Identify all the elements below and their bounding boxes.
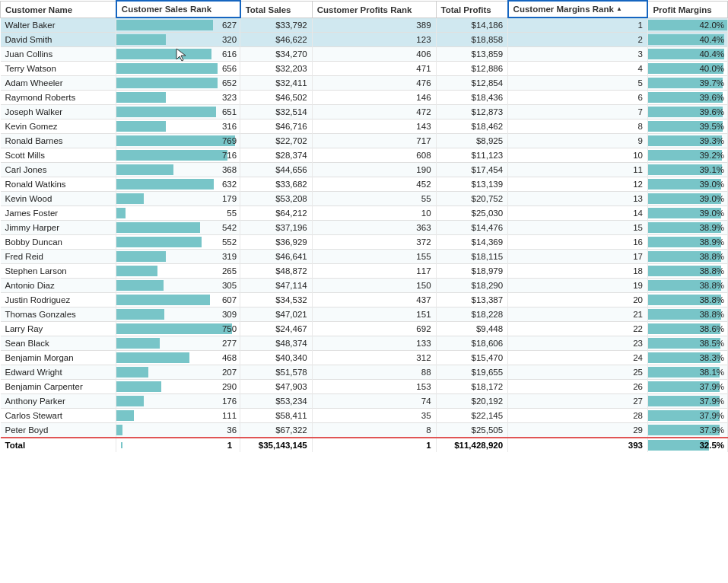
table-row: Ronald Barnes 769 $22,702 717 $8,925 9 3… (1, 134, 728, 148)
cell-sales-rank: 716 (116, 148, 240, 163)
cell-profit-margin: 40.4% (647, 33, 727, 47)
cell-name: Benjamin Morgan (1, 351, 116, 365)
cell-margins-rank: 28 (508, 409, 648, 423)
cell-profits-rank: 146 (312, 91, 436, 105)
table-row: Joseph Walker 651 $32,514 472 $12,873 7 … (1, 105, 728, 119)
cell-total-sales: $46,641 (240, 250, 313, 264)
cell-sales-rank: 769 (116, 134, 240, 148)
cell-total-sales: $47,903 (240, 380, 313, 394)
footer-total-profits: $11,428,920 (436, 438, 508, 452)
cell-margins-rank: 18 (508, 264, 648, 279)
cell-profit-margin: 37.9% (647, 409, 727, 423)
cell-total-sales: $46,716 (240, 119, 313, 134)
cell-sales-rank: 632 (116, 177, 240, 192)
cell-profit-margin: 37.9% (647, 380, 727, 394)
table-row: Sean Black 277 $48,374 133 $18,606 23 38… (1, 336, 728, 351)
cell-margins-rank: 5 (508, 76, 648, 91)
table-row: Stephen Larson 265 $48,872 117 $18,979 1… (1, 264, 728, 279)
cell-sales-rank: 265 (116, 264, 240, 279)
table-row: Raymond Roberts 323 $46,502 146 $18,436 … (1, 91, 728, 105)
table-row: Kevin Gomez 316 $46,716 143 $18,462 8 39… (1, 119, 728, 134)
table-row: Walter Baker 627 $33,792 389 $14,186 1 4… (1, 18, 728, 33)
footer-total-sales: $35,143,145 (240, 438, 313, 452)
cell-profits-rank: 406 (312, 47, 436, 62)
cell-profits-rank: 74 (312, 394, 436, 409)
cell-profits-rank: 717 (312, 134, 436, 148)
cell-margins-rank: 21 (508, 307, 648, 322)
cell-name: Sean Black (1, 336, 116, 351)
footer-profits-rank: 1 (312, 438, 436, 452)
col-header-name[interactable]: Customer Name (1, 1, 116, 18)
cell-total-sales: $47,114 (240, 279, 313, 293)
col-header-margins-rank[interactable]: Customer Margins Rank ▲ (508, 1, 648, 18)
cell-sales-rank: 368 (116, 163, 240, 177)
cell-margins-rank: 26 (508, 380, 648, 394)
table-row: Fred Reid 319 $46,641 155 $18,115 17 38.… (1, 250, 728, 264)
cell-margins-rank: 17 (508, 250, 648, 264)
cell-margins-rank: 19 (508, 279, 648, 293)
cell-profits-rank: 476 (312, 76, 436, 91)
cell-profit-margin: 37.9% (647, 423, 727, 438)
footer-sales-rank: 1 (116, 438, 240, 452)
cell-profits-rank: 151 (312, 307, 436, 322)
cell-total-profits: $18,290 (436, 279, 508, 293)
cell-total-profits: $20,192 (436, 394, 508, 409)
cell-total-sales: $53,208 (240, 192, 313, 206)
cell-name: Thomas Gonzales (1, 307, 116, 322)
cell-profits-rank: 363 (312, 221, 436, 235)
col-header-profit-margins[interactable]: Profit Margins (647, 1, 727, 18)
cell-total-sales: $32,411 (240, 76, 313, 91)
cell-name: Jimmy Harper (1, 221, 116, 235)
footer-profit-margin: 32.5% (647, 438, 727, 452)
cell-total-sales: $33,682 (240, 177, 313, 192)
col-header-sales-rank[interactable]: Customer Sales Rank (116, 1, 240, 18)
cell-sales-rank: 36 (116, 423, 240, 438)
col-header-total-sales[interactable]: Total Sales (240, 1, 313, 18)
cell-margins-rank: 22 (508, 322, 648, 336)
cell-total-profits: $18,858 (436, 33, 508, 47)
cell-sales-rank: 552 (116, 235, 240, 250)
cell-margins-rank: 8 (508, 119, 648, 134)
table-row: Terry Watson 656 $32,203 471 $12,886 4 4… (1, 62, 728, 76)
cell-total-profits: $9,448 (436, 322, 508, 336)
cell-margins-rank: 24 (508, 351, 648, 365)
cell-profit-margin: 39.0% (647, 192, 727, 206)
cell-name: Stephen Larson (1, 264, 116, 279)
cell-total-profits: $18,436 (436, 91, 508, 105)
table-row: Benjamin Morgan 468 $40,340 312 $15,470 … (1, 351, 728, 365)
cell-total-sales: $48,374 (240, 336, 313, 351)
table-row: Larry Ray 750 $24,467 692 $9,448 22 38.6… (1, 322, 728, 336)
cell-total-profits: $18,172 (436, 380, 508, 394)
cell-sales-rank: 55 (116, 206, 240, 221)
cell-name: Antonio Diaz (1, 279, 116, 293)
cell-sales-rank: 656 (116, 62, 240, 76)
cell-name: Edward Wright (1, 365, 116, 380)
data-table: Customer Name Customer Sales Rank Total … (0, 0, 728, 452)
table-row: Ronald Watkins 632 $33,682 452 $13,139 1… (1, 177, 728, 192)
cell-sales-rank: 305 (116, 279, 240, 293)
cell-total-sales: $67,322 (240, 423, 313, 438)
cell-profit-margin: 39.7% (647, 76, 727, 91)
cell-profit-margin: 38.6% (647, 322, 727, 336)
cell-profit-margin: 39.3% (647, 134, 727, 148)
cell-profits-rank: 123 (312, 33, 436, 47)
cell-sales-rank: 320 (116, 33, 240, 47)
table-container: Customer Name Customer Sales Rank Total … (0, 0, 728, 583)
cell-total-profits: $15,470 (436, 351, 508, 365)
col-header-profits-rank[interactable]: Customer Profits Rank (312, 1, 436, 18)
cell-total-sales: $24,467 (240, 322, 313, 336)
cell-profits-rank: 608 (312, 148, 436, 163)
cell-total-profits: $25,030 (436, 206, 508, 221)
cell-name: Joseph Walker (1, 105, 116, 119)
cell-name: Kevin Gomez (1, 119, 116, 134)
cell-name: Peter Boyd (1, 423, 116, 438)
cell-name: Walter Baker (1, 18, 116, 33)
cell-total-sales: $32,514 (240, 105, 313, 119)
cell-margins-rank: 15 (508, 221, 648, 235)
cell-profit-margin: 38.9% (647, 235, 727, 250)
col-header-total-profits[interactable]: Total Profits (436, 1, 508, 18)
cell-profit-margin: 39.2% (647, 148, 727, 163)
cell-profit-margin: 40.0% (647, 62, 727, 76)
cell-name: Raymond Roberts (1, 91, 116, 105)
table-row: Adam Wheeler 652 $32,411 476 $12,854 5 3… (1, 76, 728, 91)
